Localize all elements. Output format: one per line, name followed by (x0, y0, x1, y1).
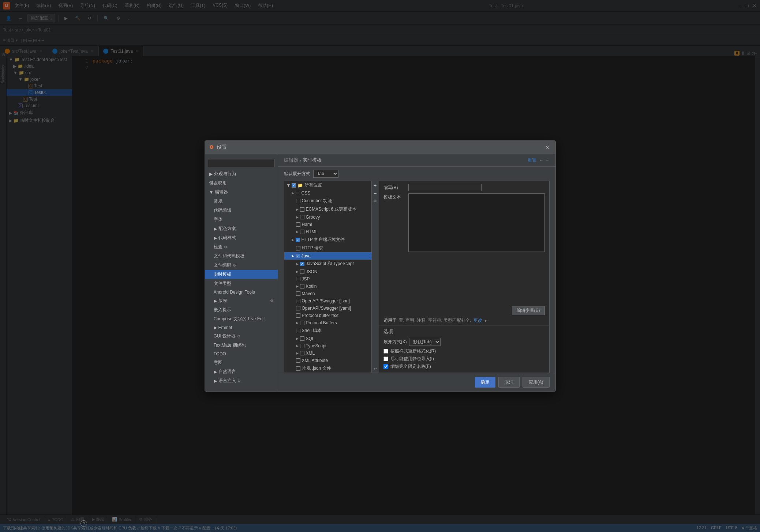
checkbox-proto[interactable] (300, 321, 304, 325)
nav-intentions[interactable]: 意图 (205, 358, 278, 367)
nav-compose-live[interactable]: Compose 文字的 Live Edit (205, 314, 278, 324)
template-group-ts[interactable]: ▶ TypeScript (284, 342, 371, 350)
nav-keymap[interactable]: 键盘映射 (205, 178, 278, 188)
shorten-checkbox[interactable] (383, 364, 388, 369)
checkbox-sql[interactable] (300, 336, 304, 341)
nav-appearance[interactable]: ▶ 外观与行为 (205, 169, 278, 178)
template-group-all[interactable]: ▼ ✓ 📁 所有位置 (284, 181, 371, 189)
nav-general[interactable]: 常规 (205, 197, 278, 206)
checkbox-xml-attr[interactable] (296, 358, 300, 363)
checkbox-html[interactable] (300, 230, 304, 234)
modal-search-input[interactable] (208, 159, 275, 167)
checkbox-maven[interactable] (296, 291, 300, 296)
template-group-proto[interactable]: ▶ Protocol Buffers (284, 319, 371, 327)
template-group-maven[interactable]: Maven (284, 290, 371, 297)
template-group-proto-text[interactable]: Protocol buffer text (284, 312, 371, 319)
template-group-jsp[interactable]: JSP (284, 275, 371, 283)
nav-code-editing[interactable]: 代码编辑 (205, 206, 278, 215)
cancel-button[interactable]: 取消 (498, 377, 520, 388)
nav-live-templates[interactable]: 实时模板 (205, 270, 278, 279)
checkbox-json[interactable] (300, 269, 304, 274)
checkbox-js[interactable]: ✓ (300, 262, 304, 266)
change-link[interactable]: 更改 (473, 317, 482, 324)
group-label: OpenAPI/Swagger [yaml] (302, 306, 351, 311)
ok-button[interactable]: 确定 (475, 377, 495, 388)
checkbox-haml[interactable] (296, 222, 300, 227)
reset-link[interactable]: 重置 (528, 157, 536, 163)
template-group-js[interactable]: ▶ ✓ JavaScript 和 TypeScript (284, 260, 371, 268)
checkbox-xml[interactable] (300, 351, 304, 355)
edit-variables-button[interactable]: 编辑变量(E) (512, 306, 545, 315)
nav-emmet[interactable]: ▶ Emmet (205, 324, 278, 332)
nav-file-templates[interactable]: 文件和代码模板 (205, 252, 278, 261)
template-group-java[interactable]: ▶ ✓ Java (284, 252, 371, 260)
nav-gui-designer[interactable]: GUI 设计器 ⚙ (205, 332, 278, 341)
checkbox-java[interactable]: ✓ (296, 254, 300, 258)
checkbox-kotlin[interactable] (300, 284, 304, 288)
template-group-groovy[interactable]: ▶ Groovy (284, 214, 371, 221)
change-expand-icon[interactable]: ▾ (484, 318, 487, 323)
expand-mode-select[interactable]: 默认(Tab) Enter Space Tab (409, 338, 441, 346)
checkbox-ts[interactable] (300, 344, 304, 348)
checkbox-json-files[interactable] (296, 366, 300, 371)
nav-forward-button[interactable]: → (545, 158, 550, 163)
nav-color-scheme[interactable]: ▶ 配色方案 (205, 224, 278, 233)
checkbox-http-req[interactable] (296, 246, 300, 250)
checkbox-groovy[interactable] (300, 215, 304, 219)
template-text-editor[interactable] (408, 193, 545, 252)
template-group-html[interactable]: ▶ HTML (284, 228, 371, 235)
nav-font[interactable]: 字体 (205, 215, 278, 224)
template-group-xml-attr[interactable]: XML Attribute (284, 357, 371, 364)
nav-todo[interactable]: TODO (205, 350, 278, 358)
nav-natural-language[interactable]: ▶ 自然语言 (205, 367, 278, 376)
checkbox-jsp[interactable] (296, 277, 300, 281)
nav-inlay-hints[interactable]: 嵌入提示 (205, 305, 278, 314)
template-group-xml[interactable]: ▶ XML (284, 350, 371, 357)
nav-back-button[interactable]: ← (539, 158, 544, 163)
nav-file-encodings[interactable]: 文件编码 ⚙ (205, 261, 278, 270)
checkbox-cucumber[interactable] (296, 199, 300, 203)
template-group-openapi-yaml[interactable]: OpenAPI/Swagger [yaml] (284, 305, 371, 312)
nav-file-types[interactable]: 文件类型 (205, 279, 278, 288)
checkbox-ecma[interactable] (300, 207, 304, 212)
abbreviation-label: 缩写(B) (383, 185, 405, 191)
group-label: Cucumber 功能 (302, 198, 332, 204)
nav-code-style[interactable]: ▶ 代码样式 (205, 233, 278, 242)
template-group-css[interactable]: ▶ CSS (284, 189, 371, 197)
nav-language-injection[interactable]: ▶ 语言注入 ⚙ (205, 376, 278, 385)
nav-textmate[interactable]: TextMate 捆绑包 (205, 341, 278, 350)
template-list-scroll[interactable]: ▼ ✓ 📁 所有位置 ▶ CSS (284, 181, 379, 373)
template-group-shell[interactable]: Shell 脚本 (284, 327, 371, 335)
default-expand-select[interactable]: Tab Enter Space (313, 170, 338, 178)
checkbox-openapi-yaml[interactable] (296, 306, 300, 310)
checkbox-proto-text[interactable] (296, 313, 300, 318)
template-group-haml[interactable]: Haml (284, 221, 371, 228)
modal-close-button[interactable]: ✕ (544, 144, 551, 151)
nav-copyright[interactable]: ▶ 版权 ⚙ (205, 296, 278, 305)
copy-template-button[interactable]: ⧉ (374, 199, 377, 203)
template-group-cucumber[interactable]: Cucumber 功能 (284, 197, 371, 205)
template-group-json-files[interactable]: 常规 .json 文件 (284, 364, 371, 373)
template-group-http-client[interactable]: ▶ ✓ HTTP 客户端环境文件 (284, 235, 371, 244)
undo-template-button[interactable]: ↩ (374, 366, 377, 371)
nav-inspections[interactable]: 检查 ⚙ (205, 242, 278, 252)
template-group-openapi-json[interactable]: OpenAPI/Swagger [json] (284, 297, 371, 305)
remove-template-button[interactable]: − (374, 190, 377, 196)
abbreviation-input[interactable] (408, 184, 482, 191)
template-group-sql[interactable]: ▶ SQL (284, 335, 371, 342)
apply-button[interactable]: 应用(A) (523, 377, 550, 388)
nav-editor[interactable]: ▼ 编辑器 (205, 188, 278, 197)
reformat-checkbox[interactable] (383, 349, 388, 354)
checkbox-css[interactable] (296, 191, 300, 195)
add-template-button[interactable]: + (374, 182, 377, 188)
template-group-http-request[interactable]: HTTP 请求 (284, 244, 371, 252)
template-group-kotlin[interactable]: ▶ Kotlin (284, 283, 371, 290)
checkbox-all[interactable]: ✓ (292, 183, 296, 188)
checkbox-http[interactable]: ✓ (296, 238, 300, 242)
checkbox-openapi-json[interactable] (296, 299, 300, 303)
template-group-ecma[interactable]: ▶ ECMAScript 6 或更高版本 (284, 205, 371, 214)
nav-android-design[interactable]: Android Design Tools (205, 288, 278, 296)
checkbox-shell[interactable] (296, 329, 300, 333)
static-import-checkbox[interactable] (383, 356, 388, 361)
template-group-json[interactable]: ▶ JSON (284, 268, 371, 275)
